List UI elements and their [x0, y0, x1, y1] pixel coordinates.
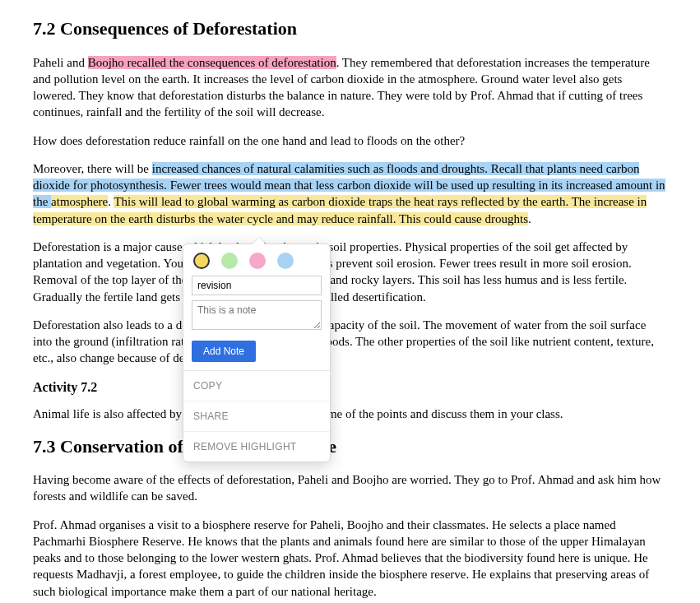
- text: Paheli and: [33, 56, 88, 69]
- section-7-2-para-4: Deforestation is a major cause which lea…: [33, 239, 667, 305]
- note-textarea[interactable]: [192, 300, 322, 330]
- add-note-button[interactable]: Add Note: [192, 341, 256, 362]
- section-7-3-heading: 7.3 Conservation of Forest and Wildlife: [33, 434, 667, 459]
- section-7-3-para-2: Prof. Ahmad organises a visit to a biosp…: [33, 517, 667, 600]
- color-swatch-pink[interactable]: [249, 253, 266, 269]
- highlight-yellow[interactable]: atmosphere: [51, 195, 108, 208]
- share-menu-item[interactable]: SHARE: [183, 401, 330, 431]
- popup-body: Add Note: [183, 276, 330, 370]
- color-swatch-blue[interactable]: [277, 253, 294, 269]
- highlight-pink[interactable]: Boojho recalled the consequences of defo…: [88, 56, 336, 69]
- section-7-2-para-1: Paheli and Boojho recalled the consequen…: [33, 54, 667, 121]
- color-picker-row: [183, 244, 330, 276]
- popup-menu: COPY SHARE REMOVE HIGHLIGHT: [183, 370, 330, 462]
- highlight-popup: Add Note COPY SHARE REMOVE HIGHLIGHT: [183, 244, 331, 462]
- section-7-3-para-1: Having become aware of the effects of de…: [33, 471, 667, 505]
- section-7-2-para-2: How does deforestation reduce rainfall o…: [33, 132, 667, 149]
- activity-7-2-heading: Activity 7.2: [33, 378, 667, 397]
- text: .: [528, 212, 531, 225]
- section-7-2-para-5: Deforestation also leads to a decrease i…: [33, 317, 667, 367]
- text: Moreover, there will be: [33, 162, 152, 175]
- activity-7-2-para: Animal life is also affected by deforest…: [33, 406, 667, 422]
- tag-input[interactable]: [192, 276, 322, 295]
- highlight-yellow[interactable]: This will lead to global warming as carb…: [33, 195, 647, 225]
- remove-highlight-menu-item[interactable]: REMOVE HIGHLIGHT: [183, 431, 330, 462]
- section-7-2-para-3: Moreover, there will be increased chance…: [33, 160, 667, 227]
- color-swatch-yellow[interactable]: [193, 253, 210, 269]
- section-7-2-heading: 7.2 Consequences of Deforestation: [33, 16, 667, 41]
- copy-menu-item[interactable]: COPY: [183, 371, 330, 401]
- color-swatch-green[interactable]: [221, 253, 238, 269]
